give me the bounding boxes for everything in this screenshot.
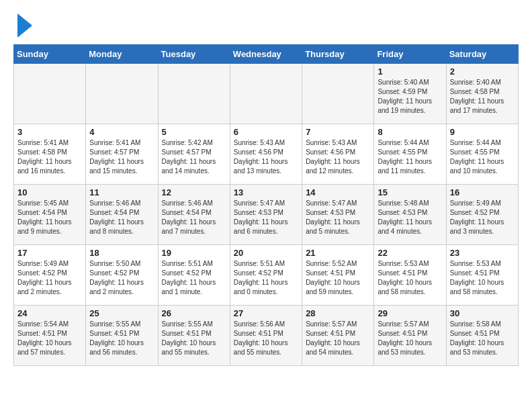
cell-info: Sunrise: 5:51 AM Sunset: 4:52 PM Dayligh… bbox=[234, 259, 298, 297]
cell-info: Sunrise: 5:57 AM Sunset: 4:51 PM Dayligh… bbox=[378, 320, 442, 357]
day-number: 18 bbox=[89, 248, 154, 258]
calendar-cell: 3Sunrise: 5:41 AM Sunset: 4:58 PM Daylig… bbox=[14, 124, 86, 185]
cell-info: Sunrise: 5:51 AM Sunset: 4:52 PM Dayligh… bbox=[162, 259, 226, 297]
day-number: 20 bbox=[234, 248, 298, 258]
day-number: 1 bbox=[378, 66, 442, 77]
day-number: 16 bbox=[450, 187, 515, 197]
calendar-cell: 12Sunrise: 5:46 AM Sunset: 4:54 PM Dayli… bbox=[158, 185, 230, 245]
day-number: 29 bbox=[378, 308, 442, 318]
day-number: 11 bbox=[89, 187, 154, 197]
calendar-cell: 8Sunrise: 5:44 AM Sunset: 4:55 PM Daylig… bbox=[374, 124, 446, 185]
calendar-cell: 15Sunrise: 5:48 AM Sunset: 4:53 PM Dayli… bbox=[374, 185, 446, 245]
cell-info: Sunrise: 5:40 AM Sunset: 4:58 PM Dayligh… bbox=[450, 78, 515, 116]
day-number: 7 bbox=[306, 127, 370, 137]
cell-info: Sunrise: 5:47 AM Sunset: 4:53 PM Dayligh… bbox=[234, 199, 298, 236]
cell-info: Sunrise: 5:56 AM Sunset: 4:51 PM Dayligh… bbox=[234, 320, 298, 357]
day-number: 12 bbox=[162, 187, 226, 197]
cell-info: Sunrise: 5:43 AM Sunset: 4:56 PM Dayligh… bbox=[306, 138, 370, 176]
cell-info: Sunrise: 5:52 AM Sunset: 4:51 PM Dayligh… bbox=[306, 259, 370, 297]
calendar-cell bbox=[14, 64, 86, 124]
day-number: 9 bbox=[450, 127, 515, 137]
calendar-cell: 27Sunrise: 5:56 AM Sunset: 4:51 PM Dayli… bbox=[230, 306, 302, 366]
day-number: 25 bbox=[89, 308, 154, 318]
cell-info: Sunrise: 5:49 AM Sunset: 4:52 PM Dayligh… bbox=[450, 199, 515, 236]
calendar-cell: 17Sunrise: 5:49 AM Sunset: 4:52 PM Dayli… bbox=[14, 245, 86, 306]
calendar-cell: 30Sunrise: 5:58 AM Sunset: 4:51 PM Dayli… bbox=[446, 306, 518, 366]
calendar-cell bbox=[86, 64, 158, 124]
day-number: 8 bbox=[378, 127, 442, 137]
calendar-cell: 1Sunrise: 5:40 AM Sunset: 4:59 PM Daylig… bbox=[374, 64, 446, 124]
day-number: 26 bbox=[162, 308, 226, 318]
calendar-cell: 7Sunrise: 5:43 AM Sunset: 4:56 PM Daylig… bbox=[302, 124, 374, 185]
calendar-cell: 9Sunrise: 5:44 AM Sunset: 4:55 PM Daylig… bbox=[446, 124, 518, 185]
cell-info: Sunrise: 5:40 AM Sunset: 4:59 PM Dayligh… bbox=[378, 78, 442, 116]
cell-info: Sunrise: 5:49 AM Sunset: 4:52 PM Dayligh… bbox=[17, 259, 82, 297]
calendar-cell: 11Sunrise: 5:46 AM Sunset: 4:54 PM Dayli… bbox=[86, 185, 158, 245]
cell-info: Sunrise: 5:46 AM Sunset: 4:54 PM Dayligh… bbox=[89, 199, 154, 236]
calendar-cell: 20Sunrise: 5:51 AM Sunset: 4:52 PM Dayli… bbox=[230, 245, 302, 306]
day-number: 10 bbox=[17, 187, 82, 197]
calendar-cell: 28Sunrise: 5:57 AM Sunset: 4:51 PM Dayli… bbox=[302, 306, 374, 366]
calendar-cell: 24Sunrise: 5:54 AM Sunset: 4:51 PM Dayli… bbox=[14, 306, 86, 366]
page-header bbox=[13, 13, 519, 38]
cell-info: Sunrise: 5:42 AM Sunset: 4:57 PM Dayligh… bbox=[162, 138, 226, 176]
cell-info: Sunrise: 5:43 AM Sunset: 4:56 PM Dayligh… bbox=[234, 138, 298, 176]
weekday-header-tuesday: Tuesday bbox=[158, 45, 230, 64]
calendar-week-row: 24Sunrise: 5:54 AM Sunset: 4:51 PM Dayli… bbox=[14, 306, 519, 366]
calendar-cell: 29Sunrise: 5:57 AM Sunset: 4:51 PM Dayli… bbox=[374, 306, 446, 366]
calendar-cell: 19Sunrise: 5:51 AM Sunset: 4:52 PM Dayli… bbox=[158, 245, 230, 306]
logo bbox=[13, 13, 32, 38]
day-number: 24 bbox=[17, 308, 82, 318]
weekday-header-sunday: Sunday bbox=[14, 45, 86, 64]
weekday-header-wednesday: Wednesday bbox=[230, 45, 302, 64]
day-number: 4 bbox=[89, 127, 154, 137]
cell-info: Sunrise: 5:55 AM Sunset: 4:51 PM Dayligh… bbox=[162, 320, 226, 357]
day-number: 13 bbox=[234, 187, 298, 197]
calendar-cell: 25Sunrise: 5:55 AM Sunset: 4:51 PM Dayli… bbox=[86, 306, 158, 366]
calendar-cell: 22Sunrise: 5:53 AM Sunset: 4:51 PM Dayli… bbox=[374, 245, 446, 306]
day-number: 21 bbox=[306, 248, 370, 258]
calendar-week-row: 3Sunrise: 5:41 AM Sunset: 4:58 PM Daylig… bbox=[14, 124, 519, 185]
calendar-cell bbox=[230, 64, 302, 124]
day-number: 6 bbox=[234, 127, 298, 137]
day-number: 30 bbox=[450, 308, 515, 318]
logo-arrow-icon bbox=[17, 13, 32, 38]
weekday-header-monday: Monday bbox=[86, 45, 158, 64]
cell-info: Sunrise: 5:45 AM Sunset: 4:54 PM Dayligh… bbox=[17, 199, 82, 236]
day-number: 22 bbox=[378, 248, 442, 258]
day-number: 2 bbox=[450, 66, 515, 77]
calendar-cell: 21Sunrise: 5:52 AM Sunset: 4:51 PM Dayli… bbox=[302, 245, 374, 306]
cell-info: Sunrise: 5:46 AM Sunset: 4:54 PM Dayligh… bbox=[162, 199, 226, 236]
calendar-header-row: SundayMondayTuesdayWednesdayThursdayFrid… bbox=[14, 45, 519, 64]
calendar-cell bbox=[302, 64, 374, 124]
cell-info: Sunrise: 5:47 AM Sunset: 4:53 PM Dayligh… bbox=[306, 199, 370, 236]
calendar-cell: 10Sunrise: 5:45 AM Sunset: 4:54 PM Dayli… bbox=[14, 185, 86, 245]
day-number: 15 bbox=[378, 187, 442, 197]
cell-info: Sunrise: 5:48 AM Sunset: 4:53 PM Dayligh… bbox=[378, 199, 442, 236]
calendar-cell: 16Sunrise: 5:49 AM Sunset: 4:52 PM Dayli… bbox=[446, 185, 518, 245]
calendar-cell: 5Sunrise: 5:42 AM Sunset: 4:57 PM Daylig… bbox=[158, 124, 230, 185]
cell-info: Sunrise: 5:41 AM Sunset: 4:57 PM Dayligh… bbox=[89, 138, 154, 176]
calendar-cell bbox=[158, 64, 230, 124]
cell-info: Sunrise: 5:50 AM Sunset: 4:52 PM Dayligh… bbox=[89, 259, 154, 297]
cell-info: Sunrise: 5:44 AM Sunset: 4:55 PM Dayligh… bbox=[378, 138, 442, 176]
calendar-cell: 23Sunrise: 5:53 AM Sunset: 4:51 PM Dayli… bbox=[446, 245, 518, 306]
calendar-cell: 2Sunrise: 5:40 AM Sunset: 4:58 PM Daylig… bbox=[446, 64, 518, 124]
day-number: 28 bbox=[306, 308, 370, 318]
cell-info: Sunrise: 5:53 AM Sunset: 4:51 PM Dayligh… bbox=[450, 259, 515, 297]
day-number: 3 bbox=[17, 127, 82, 137]
cell-info: Sunrise: 5:55 AM Sunset: 4:51 PM Dayligh… bbox=[89, 320, 154, 357]
weekday-header-friday: Friday bbox=[374, 45, 446, 64]
calendar-week-row: 17Sunrise: 5:49 AM Sunset: 4:52 PM Dayli… bbox=[14, 245, 519, 306]
calendar-cell: 6Sunrise: 5:43 AM Sunset: 4:56 PM Daylig… bbox=[230, 124, 302, 185]
weekday-header-thursday: Thursday bbox=[302, 45, 374, 64]
calendar-cell: 13Sunrise: 5:47 AM Sunset: 4:53 PM Dayli… bbox=[230, 185, 302, 245]
cell-info: Sunrise: 5:57 AM Sunset: 4:51 PM Dayligh… bbox=[306, 320, 370, 357]
weekday-header-saturday: Saturday bbox=[446, 45, 518, 64]
calendar-cell: 4Sunrise: 5:41 AM Sunset: 4:57 PM Daylig… bbox=[86, 124, 158, 185]
cell-info: Sunrise: 5:53 AM Sunset: 4:51 PM Dayligh… bbox=[378, 259, 442, 297]
calendar-week-row: 10Sunrise: 5:45 AM Sunset: 4:54 PM Dayli… bbox=[14, 185, 519, 245]
cell-info: Sunrise: 5:58 AM Sunset: 4:51 PM Dayligh… bbox=[450, 320, 515, 357]
day-number: 14 bbox=[306, 187, 370, 197]
calendar-cell: 18Sunrise: 5:50 AM Sunset: 4:52 PM Dayli… bbox=[86, 245, 158, 306]
